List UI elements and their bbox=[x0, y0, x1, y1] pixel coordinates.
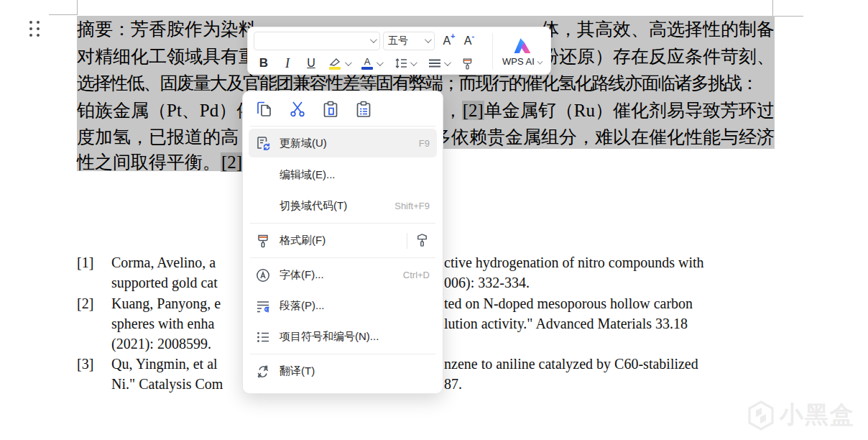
abstract-line2-right: 粉还原）存在反应条件苛刻、 bbox=[541, 46, 775, 68]
font-size-combobox[interactable]: 五号 bbox=[383, 32, 435, 50]
translate-icon bbox=[254, 363, 272, 380]
wps-document-canvas: 摘要：芳香胺作为染料 体，其高效、高选择性的制备 对精细化工领域具有重 粉还原）… bbox=[0, 0, 868, 440]
abstract-line1-left: 摘要：芳香胺作为染料 bbox=[77, 19, 257, 40]
toolbar-divider bbox=[492, 33, 493, 70]
chevron-down-icon bbox=[443, 59, 451, 66]
chevron-down-icon bbox=[410, 59, 417, 66]
ref2-line1-left: Kuang, Panyong, e bbox=[111, 294, 221, 313]
menu-item-update-field[interactable]: 更新域(U) F9 bbox=[249, 129, 437, 157]
borders-shading-button[interactable] bbox=[423, 54, 453, 73]
format-painter-alt-icon[interactable] bbox=[415, 233, 430, 248]
abstract-line5-left: 度加氢，已报道的高 bbox=[77, 127, 239, 148]
chevron-down-icon bbox=[537, 59, 542, 65]
abstract-line6: 性之间取得平衡。[2] bbox=[77, 152, 243, 173]
line-spacing-button[interactable] bbox=[389, 54, 420, 73]
bulleted-list-icon bbox=[254, 329, 272, 346]
menu-item-font[interactable]: 字体(F)... Ctrl+D bbox=[249, 260, 437, 290]
ref1-line2-left: supported gold cat bbox=[111, 273, 218, 292]
menu-divider bbox=[407, 233, 407, 249]
ref2-line2-right: lution activity." Advanced Materials 33.… bbox=[444, 314, 688, 333]
menu-item-edit-field[interactable]: 编辑域(E)... bbox=[249, 160, 437, 191]
ref1-number: [1] bbox=[77, 253, 93, 272]
citation-field-2: [2] bbox=[462, 101, 484, 120]
line-spacing-icon bbox=[394, 58, 407, 69]
context-menu: 更新域(U) F9 编辑域(E)... 切换域代码(T) Shift+F9 bbox=[242, 91, 443, 394]
ref1-line1-right: ctive hydrogenation of nitro compounds w… bbox=[444, 253, 704, 272]
horizontal-lines-icon bbox=[428, 58, 441, 68]
ref2-line3: (2021): 2008599. bbox=[111, 334, 211, 353]
menu-item-format-painter[interactable]: 格式刷(F) bbox=[249, 225, 437, 256]
highlighter-icon bbox=[329, 58, 341, 70]
abstract-line4-right: ，[2]单金属钌（Ru）催化剂易导致芳环过 bbox=[444, 100, 775, 122]
update-field-icon bbox=[254, 134, 272, 152]
wps-ai-logo-icon bbox=[512, 35, 533, 55]
ref2-line2-left: spheres with enha bbox=[111, 314, 214, 333]
increase-font-size-button[interactable]: A+ bbox=[439, 32, 459, 50]
abstract-line5-right: 多依赖贵金属组分，难以在催化性能与经济 bbox=[433, 127, 775, 148]
page-corner-mark-left-v bbox=[77, 0, 78, 15]
paragraph-drag-handle-icon[interactable] bbox=[29, 21, 40, 37]
copy-icon[interactable] bbox=[254, 99, 274, 119]
abstract-line2-left: 对精细化工领域具有重 bbox=[77, 46, 257, 68]
page-corner-mark-left-h bbox=[49, 14, 78, 15]
format-painter-icon bbox=[254, 232, 272, 249]
clipboard-action-row bbox=[249, 96, 437, 124]
font-family-combobox[interactable] bbox=[254, 32, 380, 50]
menu-item-toggle-field-codes[interactable]: 切换域代码(T) Shift+F9 bbox=[249, 191, 437, 221]
citation-field-2-end: [2] bbox=[221, 152, 243, 172]
font-color-icon: A bbox=[361, 58, 373, 70]
font-size-value: 五号 bbox=[388, 35, 408, 47]
heybox-watermark: 小黑盒 bbox=[747, 399, 855, 431]
decrease-font-size-button[interactable]: A- bbox=[459, 32, 479, 50]
ref2-number: [2] bbox=[77, 294, 93, 313]
ref3-line1-right: nzene to aniline catalyzed by C60-stabil… bbox=[444, 354, 698, 373]
ref3-line2-right: 87. bbox=[444, 375, 462, 393]
menu-divider bbox=[250, 223, 435, 224]
format-painter-icon bbox=[461, 57, 474, 70]
bold-button[interactable]: B bbox=[254, 54, 274, 73]
no-icon bbox=[254, 167, 272, 184]
italic-button[interactable]: I bbox=[277, 54, 297, 73]
chevron-down-icon bbox=[344, 59, 351, 66]
cut-icon[interactable] bbox=[287, 99, 308, 119]
menu-divider bbox=[250, 354, 435, 354]
floating-format-toolbar: 五号 A+ A- B I U A bbox=[247, 27, 551, 75]
menu-divider bbox=[250, 257, 435, 258]
chevron-down-icon bbox=[377, 59, 384, 66]
chevron-down-icon bbox=[370, 36, 377, 43]
font-color-button[interactable]: A bbox=[357, 54, 386, 73]
menu-item-bullets-numbering[interactable]: 项目符号和编号(N)... bbox=[249, 321, 437, 352]
menu-item-paragraph[interactable]: 段落(P)... bbox=[249, 290, 437, 321]
abstract-line1-right: 体，其高效、高选择性的制备 bbox=[541, 19, 775, 40]
heybox-logo-icon bbox=[747, 400, 775, 431]
watermark-text: 小黑盒 bbox=[780, 399, 855, 431]
paragraph-icon bbox=[254, 298, 272, 315]
wps-ai-button[interactable]: WPS AI bbox=[497, 29, 548, 73]
abstract-line4-left: 铂族金属（Pt、Pd）催 bbox=[77, 100, 254, 122]
format-painter-button[interactable] bbox=[457, 54, 477, 73]
ref3-line2-left: Ni." Catalysis Com bbox=[111, 375, 223, 393]
ref1-line2-right: 006): 332-334. bbox=[444, 273, 530, 292]
paste-icon[interactable] bbox=[320, 99, 341, 119]
ref1-line1-left: Corma, Avelino, a bbox=[111, 253, 216, 272]
menu-divider bbox=[250, 126, 435, 127]
chevron-down-icon bbox=[425, 36, 432, 43]
page-corner-mark-right-h bbox=[772, 16, 803, 17]
menu-item-translate[interactable]: 翻译(T) bbox=[249, 356, 437, 387]
ref2-line1-right: ted on N-doped mesoporous hollow carbon bbox=[444, 294, 693, 313]
font-dialog-icon bbox=[254, 267, 272, 284]
underline-button[interactable]: U bbox=[301, 54, 321, 73]
ref3-line1-left: Qu, Yingmin, et al bbox=[111, 354, 218, 373]
page-corner-mark-right-v bbox=[772, 0, 773, 16]
paste-special-icon[interactable] bbox=[354, 99, 374, 119]
ref3-number: [3] bbox=[77, 354, 93, 373]
no-icon bbox=[254, 198, 272, 215]
highlight-color-button[interactable] bbox=[325, 54, 354, 73]
